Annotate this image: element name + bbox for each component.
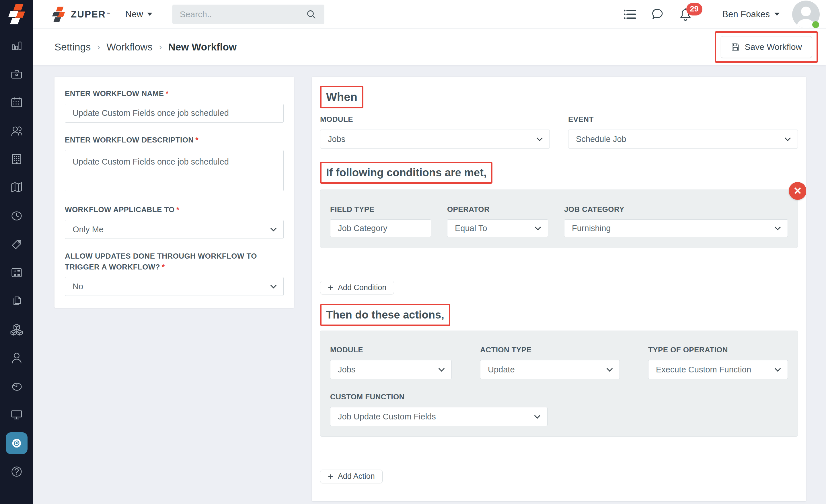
calendar-icon bbox=[10, 96, 23, 109]
when-event-select[interactable]: Schedule Job bbox=[568, 130, 798, 148]
operator-select[interactable]: Equal To bbox=[447, 219, 548, 237]
zuper-logo-icon bbox=[7, 4, 27, 25]
user-name: Ben Foakes bbox=[722, 9, 770, 19]
sidebar-item-help[interactable] bbox=[2, 457, 31, 486]
sidebar-item-jobs[interactable] bbox=[2, 60, 31, 88]
sidebar-item-dispatch-board[interactable] bbox=[2, 88, 31, 117]
add-condition-button[interactable]: + Add Condition bbox=[320, 281, 394, 295]
action-fields-row: MODULE Jobs ACTION TYPE Update bbox=[330, 344, 788, 379]
breadcrumb-workflows[interactable]: Workflows bbox=[106, 41, 153, 53]
condition-fields: FIELD TYPE OPERATOR Equal To JOB CATEGOR… bbox=[330, 204, 788, 237]
custom-function-select-wrap: Job Update Custom Fields bbox=[330, 407, 547, 426]
avatar[interactable] bbox=[792, 1, 820, 28]
search-input[interactable] bbox=[180, 9, 305, 19]
required-asterisk: * bbox=[176, 205, 180, 214]
allow-updates-select[interactable]: No bbox=[65, 277, 284, 296]
chat-icon[interactable] bbox=[651, 8, 664, 21]
sidebar bbox=[0, 0, 33, 504]
custom-function-select[interactable]: Job Update Custom Fields bbox=[330, 407, 547, 426]
breadcrumb-settings[interactable]: Settings bbox=[55, 41, 91, 53]
sidebar-item-organization[interactable] bbox=[2, 145, 31, 174]
job-category-select-wrap: Furnishing bbox=[564, 219, 788, 237]
search-icon[interactable] bbox=[305, 9, 317, 20]
sidebar-item-settings[interactable] bbox=[2, 429, 31, 457]
main-content: ENTER WORKFLOW NAME* ENTER WORKFLOW DESC… bbox=[33, 65, 826, 504]
sidebar-item-inventory[interactable] bbox=[2, 315, 31, 344]
clock-icon bbox=[10, 209, 23, 223]
conditions-annotation-box: If following conditions are met, bbox=[320, 162, 492, 184]
save-workflow-button[interactable]: Save Workflow bbox=[721, 36, 812, 58]
conditions-heading: If following conditions are met, bbox=[326, 167, 486, 179]
job-category-label: JOB CATEGORY bbox=[564, 204, 788, 215]
action-module-select[interactable]: Jobs bbox=[330, 360, 452, 379]
operator-select-wrap: Equal To bbox=[447, 219, 548, 237]
settings-active-tile bbox=[6, 432, 27, 454]
sidebar-item-reports[interactable] bbox=[2, 372, 31, 400]
when-annotation-box: When bbox=[320, 86, 363, 108]
plus-icon: + bbox=[328, 472, 333, 481]
breadcrumb: Settings › Workflows › New Workflow bbox=[55, 41, 237, 53]
operator-label: OPERATOR bbox=[447, 204, 548, 215]
when-module-select[interactable]: Jobs bbox=[320, 130, 550, 148]
sidebar-item-estimates[interactable] bbox=[2, 259, 31, 287]
trigger-row: MODULE Jobs EVENT Schedule Job bbox=[320, 114, 798, 148]
workflow-description-label: ENTER WORKFLOW DESCRIPTION* bbox=[65, 135, 284, 146]
new-menu[interactable]: New bbox=[125, 9, 152, 19]
action-module-label: MODULE bbox=[330, 344, 452, 356]
sidebar-item-price-book[interactable] bbox=[2, 230, 31, 259]
when-module-select-wrap: Jobs bbox=[320, 130, 550, 148]
field-type-input[interactable] bbox=[330, 219, 431, 237]
required-asterisk: * bbox=[166, 89, 169, 98]
map-icon bbox=[10, 181, 23, 194]
workflow-description-textarea[interactable]: Update Custom Fields once job scheduled bbox=[65, 150, 284, 191]
add-action-button[interactable]: + Add Action bbox=[320, 469, 382, 483]
condition-card: ✕ FIELD TYPE OPERATOR Equal To J bbox=[320, 189, 798, 248]
when-heading: When bbox=[326, 90, 357, 104]
action-type-select[interactable]: Update bbox=[480, 360, 620, 379]
app-root: ZUPER™ New bbox=[0, 0, 826, 504]
topbar-right: 29 Ben Foakes bbox=[623, 1, 820, 28]
briefcase-icon bbox=[10, 68, 23, 81]
zuper-header-mark-icon bbox=[50, 6, 67, 22]
new-menu-label: New bbox=[125, 9, 143, 19]
remove-condition-button[interactable]: ✕ bbox=[789, 182, 806, 200]
job-category-select[interactable]: Furnishing bbox=[564, 219, 788, 237]
sidebar-item-timesheets[interactable] bbox=[2, 202, 31, 230]
brand-logo[interactable]: ZUPER™ bbox=[50, 6, 110, 22]
notifications[interactable]: 29 bbox=[679, 7, 692, 21]
allow-updates-select-wrap: No bbox=[65, 277, 284, 296]
operation-type-label: TYPE OF OPERATION bbox=[648, 344, 788, 356]
custom-function-label: CUSTOM FUNCTION bbox=[330, 392, 547, 402]
action-card: MODULE Jobs ACTION TYPE Update bbox=[320, 330, 798, 436]
operation-type-select-wrap: Execute Custom Function bbox=[648, 360, 788, 379]
workflow-details-card: ENTER WORKFLOW NAME* ENTER WORKFLOW DESC… bbox=[55, 77, 294, 308]
chevron-down-icon bbox=[147, 13, 152, 16]
add-action-label: Add Action bbox=[338, 472, 375, 481]
chevron-down-icon bbox=[774, 13, 779, 16]
allow-updates-label: ALLOW UPDATES DONE THROUGH WORKFLOW TO T… bbox=[65, 251, 284, 272]
sidebar-item-monitor[interactable] bbox=[2, 400, 31, 429]
documents-icon bbox=[10, 295, 23, 308]
sidebar-item-teams[interactable] bbox=[2, 117, 31, 145]
operation-type-select[interactable]: Execute Custom Function bbox=[648, 360, 788, 379]
user-menu[interactable]: Ben Foakes bbox=[722, 9, 779, 19]
workflow-name-input[interactable] bbox=[65, 104, 284, 123]
plus-icon: + bbox=[328, 283, 333, 292]
floppy-save-icon bbox=[731, 43, 740, 52]
workflow-builder-panel: When MODULE Jobs EVENT Schedule Job bbox=[312, 77, 806, 501]
sidebar-item-territories[interactable] bbox=[2, 174, 31, 202]
when-event-label: EVENT bbox=[568, 114, 798, 125]
list-icon[interactable] bbox=[623, 8, 636, 20]
sidebar-item-customers[interactable] bbox=[2, 344, 31, 372]
action-module-select-wrap: Jobs bbox=[330, 360, 452, 379]
building-icon bbox=[10, 153, 23, 166]
notification-badge: 29 bbox=[686, 3, 702, 15]
save-workflow-label: Save Workflow bbox=[745, 42, 802, 52]
workflow-applicable-select[interactable]: Only Me bbox=[65, 220, 284, 239]
field-type-label: FIELD TYPE bbox=[330, 204, 431, 215]
custom-function-block: CUSTOM FUNCTION Job Update Custom Fields bbox=[330, 392, 547, 426]
users-icon bbox=[10, 124, 23, 138]
zuper-logo-mark[interactable] bbox=[0, 0, 33, 29]
sidebar-item-invoices[interactable] bbox=[2, 287, 31, 315]
sidebar-item-dashboard[interactable] bbox=[2, 32, 31, 60]
